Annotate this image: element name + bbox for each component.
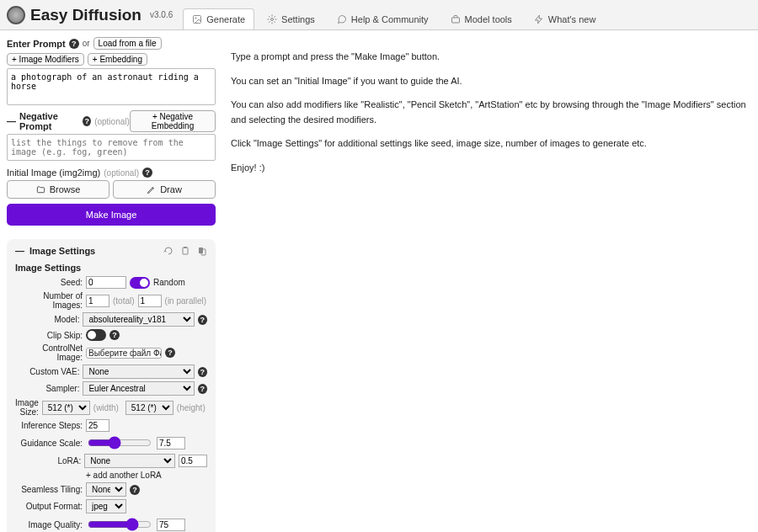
svg-rect-5: [184, 247, 187, 248]
svg-rect-0: [194, 16, 201, 24]
app-logo-icon: [7, 6, 25, 24]
panel-title: Image Settings: [29, 246, 95, 256]
output-format-select[interactable]: jpeg: [86, 499, 126, 513]
help-icon[interactable]: ?: [142, 168, 152, 178]
help-icon[interactable]: ?: [165, 348, 175, 358]
draw-label: Draw: [160, 184, 182, 194]
tab-settings[interactable]: Settings: [258, 8, 324, 29]
tab-generate[interactable]: Generate: [183, 8, 254, 29]
quality-slider[interactable]: [88, 518, 152, 531]
random-label: Random: [153, 278, 185, 287]
optional-text: (optional): [94, 117, 130, 126]
reset-icon[interactable]: [163, 246, 173, 256]
tab-label: Help & Community: [351, 14, 429, 24]
tiling-select[interactable]: None: [86, 482, 126, 497]
help-icon[interactable]: ?: [198, 315, 207, 325]
image-settings-panel: — Image Settings Image Settings Seed: Ra…: [7, 239, 216, 532]
collapse-icon[interactable]: —: [15, 246, 24, 256]
guidance-label: Guidance Scale:: [15, 439, 83, 448]
intro-p1: Type a prompt and press the "Make Image"…: [231, 50, 750, 65]
logo-wrap: Easy Diffusion v3.0.6: [7, 6, 173, 24]
gear-icon: [267, 14, 277, 24]
quality-label: Image Quality:: [15, 520, 83, 529]
draw-button[interactable]: Draw: [113, 180, 216, 199]
seed-input[interactable]: [86, 276, 126, 289]
intro-p5: Enjoy! :): [231, 161, 750, 176]
help-icon[interactable]: ?: [83, 116, 91, 126]
sampler-select[interactable]: Euler Ancestral: [83, 381, 194, 396]
help-icon[interactable]: ?: [198, 367, 207, 377]
svg-rect-4: [183, 247, 188, 254]
tiling-label: Seamless Tiling:: [15, 485, 83, 494]
embedding-button[interactable]: + Embedding: [88, 53, 147, 66]
num-images-total-input[interactable]: [86, 295, 109, 307]
left-column: Enter Prompt ? or Load from a file + Ima…: [0, 30, 222, 532]
prompt-header-row: Enter Prompt ? or Load from a file + Ima…: [7, 37, 216, 66]
clipboard-icon[interactable]: [180, 246, 190, 256]
width-select[interactable]: 512 (*): [42, 401, 90, 415]
initial-image-buttons: Browse Draw: [7, 180, 216, 199]
initial-image-label-row: Initial Image (img2img) (optional) ?: [7, 168, 216, 178]
collapse-icon[interactable]: —: [7, 116, 16, 126]
seed-label: Seed:: [15, 278, 83, 287]
tab-whatsnew[interactable]: What's new: [525, 8, 606, 29]
inference-input[interactable]: [86, 419, 109, 432]
app-title: Easy Diffusion: [30, 6, 141, 24]
prompt-input[interactable]: a photograph of an astronaut riding a ho…: [7, 68, 216, 105]
controlnet-file-input[interactable]: Выберите файл Фай...бран: [86, 348, 162, 359]
lora-strength-input[interactable]: [179, 455, 207, 467]
width-hint: (width): [93, 403, 119, 412]
browse-button[interactable]: Browse: [7, 180, 109, 199]
tab-model-tools[interactable]: Model tools: [441, 8, 521, 29]
load-from-file-button[interactable]: Load from a file: [93, 37, 162, 50]
optional-text: (optional): [104, 168, 139, 178]
help-icon[interactable]: ?: [109, 330, 120, 340]
help-icon[interactable]: ?: [198, 384, 207, 394]
make-image-button[interactable]: Make Image: [7, 204, 216, 226]
bolt-icon: [534, 14, 544, 24]
model-label: Model:: [15, 315, 79, 324]
num-images-parallel-input[interactable]: [138, 295, 162, 307]
tab-help[interactable]: Help & Community: [328, 8, 438, 29]
paste-icon[interactable]: [197, 246, 207, 256]
height-hint: (height): [177, 403, 206, 412]
intro-p3: You can also add modifiers like "Realist…: [231, 98, 750, 127]
svg-rect-3: [451, 18, 459, 23]
guidance-value-input[interactable]: [157, 437, 185, 450]
main-tabs: Generate Settings Help & Community Model…: [183, 0, 605, 29]
lora-select[interactable]: None: [84, 454, 175, 468]
negative-embedding-button[interactable]: + Negative Embedding: [130, 110, 216, 132]
negative-prompt-input[interactable]: [7, 134, 216, 161]
negative-prompt-header: — Negative Prompt ? (optional) + Negativ…: [7, 110, 216, 132]
custom-vae-select[interactable]: None: [83, 364, 194, 379]
tab-label: Settings: [281, 14, 315, 24]
initial-image-label: Initial Image (img2img): [7, 168, 100, 178]
main-area: Enter Prompt ? or Load from a file + Ima…: [0, 30, 758, 532]
enter-prompt-label: Enter Prompt: [7, 39, 66, 49]
lora-label: LoRA:: [15, 456, 81, 466]
image-modifiers-button[interactable]: + Image Modifiers: [7, 53, 84, 66]
add-lora-button[interactable]: + add another LoRA: [86, 471, 162, 480]
guidance-slider[interactable]: [88, 436, 152, 450]
intro-p2: You can set an "Initial Image" if you wa…: [231, 74, 750, 89]
clip-skip-toggle[interactable]: [86, 329, 106, 341]
help-icon[interactable]: ?: [69, 39, 79, 49]
tab-label: Generate: [206, 14, 245, 24]
help-icon[interactable]: ?: [130, 485, 140, 495]
controlnet-label: ControlNet Image:: [15, 343, 83, 362]
tab-label: What's new: [548, 14, 596, 24]
negative-label: Negative Prompt: [19, 111, 79, 131]
random-seed-toggle[interactable]: [130, 277, 150, 289]
app-version: v3.0.6: [150, 10, 173, 19]
chat-icon: [337, 14, 347, 24]
sampler-label: Sampler:: [15, 384, 79, 393]
browse-label: Browse: [50, 184, 81, 194]
panel-header: — Image Settings: [15, 246, 207, 256]
quality-value-input[interactable]: [157, 519, 185, 531]
clip-skip-label: Clip Skip:: [15, 331, 83, 340]
image-icon: [192, 14, 202, 24]
or-text: or: [83, 39, 90, 48]
model-select[interactable]: absolutereality_v181: [83, 312, 194, 327]
height-select[interactable]: 512 (*): [125, 401, 173, 415]
image-settings-section-title: Image Settings: [15, 263, 207, 273]
